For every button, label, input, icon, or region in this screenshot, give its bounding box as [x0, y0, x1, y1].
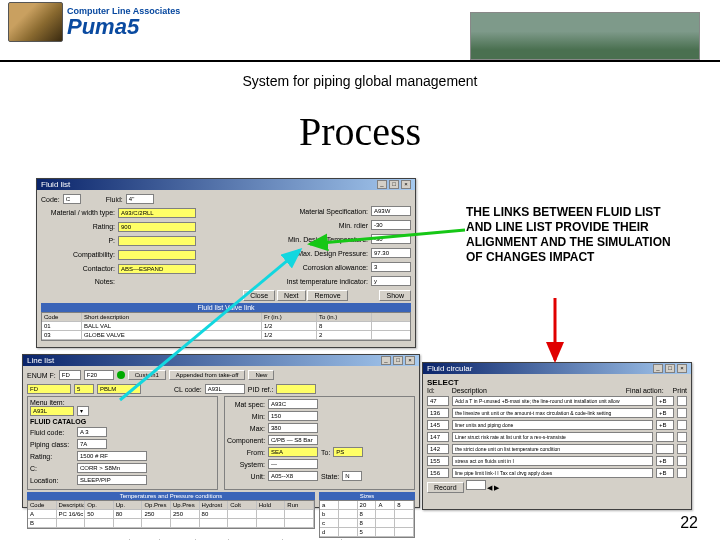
valve-row[interactable]: 01 BALL VAL 1/2 8 — [42, 322, 410, 331]
sizes-row[interactable]: d5 — [320, 528, 414, 537]
comp-field[interactable]: C/PB — S8 Bar — [268, 435, 318, 445]
from-label: From: — [227, 449, 265, 456]
c-field[interactable]: CORR > S8Mn — [77, 463, 147, 473]
record-button[interactable]: Record — [427, 482, 464, 493]
code-field[interactable]: C — [63, 194, 81, 204]
inst-field[interactable]: y — [371, 276, 411, 286]
checkbox[interactable] — [677, 408, 687, 418]
checkbox[interactable] — [677, 456, 687, 466]
select-header: SELECT — [427, 378, 687, 387]
status-dot-icon — [117, 371, 125, 379]
state-field[interactable]: N — [342, 471, 362, 481]
unit-field[interactable]: A05--X8 — [268, 471, 318, 481]
location-field[interactable]: SLEEP/PIP — [77, 475, 147, 485]
tab-custom[interactable]: Custom1 — [128, 370, 166, 380]
maximize-icon[interactable]: □ — [389, 180, 399, 189]
sizes-row[interactable]: a20A8 — [320, 501, 414, 510]
line-list-window: Line list _ □ × ENUM F: FD F20 Custom1 A… — [22, 354, 420, 508]
rating-label: Rating: — [41, 223, 115, 230]
impact-row[interactable]: 47Add a T in P-unused +B-maxi site; the … — [427, 396, 687, 406]
impact-row[interactable]: 156line pipe limit link-I I Tax cal drvg… — [427, 468, 687, 478]
tab-appended[interactable]: Appended from take-off — [169, 370, 246, 380]
tab-new[interactable]: New — [248, 370, 274, 380]
cond-row[interactable]: B — [28, 519, 314, 528]
compat-field[interactable] — [118, 250, 196, 260]
maximize-icon[interactable]: □ — [665, 364, 675, 373]
window-titlebar: Line list _ □ × — [23, 355, 419, 366]
slide-title: Process — [0, 108, 720, 155]
menu-field[interactable]: A93L — [30, 406, 74, 416]
sizes-row[interactable]: c8 — [320, 519, 414, 528]
record-field[interactable] — [466, 480, 486, 490]
next-button[interactable]: Next — [277, 290, 305, 301]
design-press-field[interactable]: 97.30 — [371, 248, 411, 258]
to-field[interactable]: PS — [333, 447, 363, 457]
pipingclass-label: Piping class: — [30, 441, 74, 448]
close-button[interactable]: Close — [243, 290, 275, 301]
cl-field[interactable]: 5 — [74, 384, 94, 394]
material-label: Material / width type: — [41, 209, 115, 216]
maximize-icon[interactable]: □ — [393, 356, 403, 365]
pipingclass-field[interactable]: 7A — [77, 439, 107, 449]
pid-field[interactable]: PBLM — [97, 384, 141, 394]
impact-row[interactable]: 142the strict done unit on list temperat… — [427, 444, 687, 454]
col-to: To (in.) — [317, 313, 372, 321]
from-field[interactable]: SEA — [268, 447, 318, 457]
valve-grid: Code Short description Fr (in.) To (in.)… — [41, 312, 411, 341]
design-temp-field[interactable]: -30 — [371, 234, 411, 244]
minimize-icon[interactable]: _ — [377, 180, 387, 189]
min-field[interactable]: -30 — [371, 220, 411, 230]
minimize-icon[interactable]: _ — [381, 356, 391, 365]
minimize-icon[interactable]: _ — [653, 364, 663, 373]
contactor-field[interactable]: ABS—ESPAND — [118, 264, 196, 274]
fluid-p-field[interactable]: 4" — [126, 194, 154, 204]
checkbox[interactable] — [677, 468, 687, 478]
fd-field[interactable]: FD — [27, 384, 71, 394]
close-icon[interactable]: × — [405, 356, 415, 365]
p-field[interactable] — [118, 236, 196, 246]
rating-field[interactable]: 900 — [118, 222, 196, 232]
print-label: Print — [673, 387, 687, 394]
checkbox[interactable] — [677, 444, 687, 454]
logo-image — [8, 2, 63, 42]
f-label: ENUM F: — [27, 372, 56, 379]
clcode-field[interactable]: A93L — [205, 384, 245, 394]
impact-row[interactable]: 147Liner struct risk rate at list unit f… — [427, 432, 687, 442]
inst-label: Inst temperature indicator: — [258, 278, 368, 285]
logo-brand: Puma5 — [67, 16, 180, 38]
unit-label: Unit: — [227, 473, 265, 480]
corrosion-field[interactable]: 3 — [371, 262, 411, 272]
comp-label: Component: — [227, 437, 265, 444]
impact-row[interactable]: 136the linesize unit unit or the amount-… — [427, 408, 687, 418]
cond-row[interactable]: APC 16/6c508025025080 — [28, 510, 314, 519]
show-button[interactable]: Show — [379, 290, 411, 301]
pidref-field[interactable] — [276, 384, 316, 394]
remove-button[interactable]: Remove — [307, 290, 347, 301]
max2-field[interactable]: 380 — [268, 423, 318, 433]
sys-field[interactable]: — — [268, 459, 318, 469]
checkbox[interactable] — [677, 432, 687, 442]
matspec-label: Material Specification: — [258, 208, 368, 215]
a-field[interactable]: F20 — [84, 370, 114, 380]
sizes-row[interactable]: b8 — [320, 510, 414, 519]
impact-window: Fluid circular _ □ × SELECT Id: Descript… — [422, 362, 692, 510]
rating2-field[interactable]: 1500 # RF — [77, 451, 147, 461]
logo: Computer Line Associates Puma5 — [8, 2, 180, 42]
checkbox[interactable] — [677, 396, 687, 406]
matspec2-field[interactable]: A93C — [268, 399, 318, 409]
fluidcode-field[interactable]: A 3 — [77, 427, 107, 437]
impact-row[interactable]: 145liner units and piping done+B — [427, 420, 687, 430]
matspec-field[interactable]: A93W — [371, 206, 411, 216]
checkbox[interactable] — [677, 420, 687, 430]
location-label: Location: — [30, 477, 74, 484]
sizes-grid: a20A8b8c8d5 — [319, 500, 415, 538]
close-icon[interactable]: × — [677, 364, 687, 373]
material-field[interactable]: A93/C/2RLL — [118, 208, 196, 218]
pidref-label: PID ref.: — [248, 386, 274, 393]
impact-row[interactable]: 155stress act on fluids unit in I+B — [427, 456, 687, 466]
valve-row[interactable]: 03 GLOBE VALVE 1/2 2 — [42, 331, 410, 340]
clcode-label: CL code: — [174, 386, 202, 393]
f-field[interactable]: FD — [59, 370, 81, 380]
close-icon[interactable]: × — [401, 180, 411, 189]
min2-field[interactable]: 150 — [268, 411, 318, 421]
